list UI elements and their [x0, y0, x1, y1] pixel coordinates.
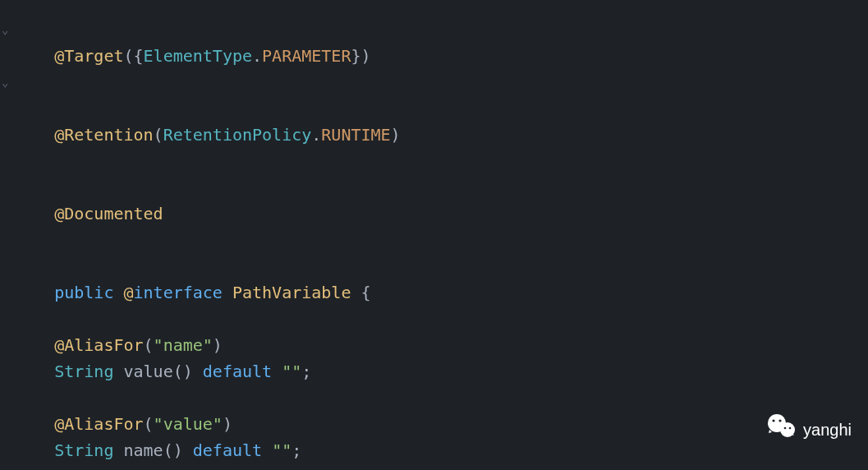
- annotation-token: @Retention: [54, 125, 153, 145]
- semi-token: ;: [301, 362, 311, 381]
- wechat-icon: [767, 413, 797, 445]
- code-line: ⌄@Target({ElementType.PARAMETER}): [15, 16, 868, 95]
- space: [113, 362, 123, 381]
- const-token: PARAMETER: [262, 46, 351, 66]
- classname-token: PathVariable: [232, 283, 351, 302]
- punct-token: .: [311, 125, 321, 145]
- annotation-token: @Target: [54, 46, 123, 66]
- space: [113, 440, 123, 460]
- space: [262, 440, 272, 460]
- annotation-token: @AliasFor: [54, 414, 143, 434]
- punct-token: (): [163, 440, 183, 460]
- annotation-token: @Documented: [54, 204, 163, 223]
- punct-token: (: [154, 125, 163, 145]
- space: [113, 283, 123, 302]
- code-line: String name() default "";: [15, 437, 868, 463]
- method-token: name: [123, 440, 163, 460]
- code-line: @AliasFor("name"): [15, 332, 868, 358]
- indent: [15, 414, 54, 434]
- semi-token: ;: [292, 440, 301, 460]
- type-token: RetentionPolicy: [163, 125, 312, 145]
- fold-icon[interactable]: ⌄: [2, 69, 8, 95]
- code-line-blank: [15, 385, 868, 411]
- keyword-token: interface: [134, 283, 223, 302]
- at-token: @: [123, 283, 133, 302]
- string-token: "": [272, 440, 292, 460]
- svg-point-2: [778, 419, 781, 422]
- code-line: String value() default "";: [15, 358, 868, 385]
- type-token: ElementType: [144, 46, 252, 66]
- punct-token: }): [351, 46, 370, 66]
- space: [272, 362, 282, 381]
- punct-token: ): [223, 414, 232, 434]
- svg-point-4: [784, 427, 787, 430]
- string-token: "name": [154, 335, 213, 355]
- indent: [15, 362, 54, 381]
- punct-token: ({: [123, 46, 143, 66]
- svg-point-5: [789, 427, 792, 430]
- space: [351, 283, 361, 302]
- annotation-token: @AliasFor: [54, 335, 143, 355]
- code-editor[interactable]: ⌄@Target({ElementType.PARAMETER}) @Reten…: [0, 0, 868, 470]
- string-token: "value": [154, 414, 223, 434]
- space: [193, 362, 203, 381]
- string-token: "": [282, 362, 301, 381]
- brace-token: {: [361, 283, 370, 302]
- punct-token: (: [144, 335, 154, 355]
- code-line: public @interface PathVariable {: [15, 253, 868, 332]
- code-line: @Retention(RetentionPolicy.RUNTIME): [15, 95, 868, 174]
- space: [223, 283, 232, 302]
- watermark: yanghi: [767, 413, 852, 445]
- code-line: ⌄@Documented: [15, 174, 868, 253]
- type-token: String: [54, 440, 113, 460]
- keyword-token: public: [54, 283, 113, 302]
- keyword-token: default: [193, 440, 262, 460]
- space: [183, 440, 193, 460]
- punct-token: (): [173, 362, 193, 381]
- punct-token: .: [252, 46, 262, 66]
- fold-icon[interactable]: ⌄: [2, 16, 8, 43]
- watermark-text: yanghi: [803, 417, 852, 443]
- type-token: String: [54, 362, 113, 381]
- code-line-blank: [15, 463, 868, 470]
- svg-point-1: [772, 419, 774, 422]
- method-token: value: [123, 362, 172, 381]
- keyword-token: default: [203, 362, 272, 381]
- indent: [15, 440, 54, 460]
- const-token: RUNTIME: [321, 125, 390, 145]
- punct-token: (: [144, 414, 154, 434]
- code-line: @AliasFor("value"): [15, 411, 868, 437]
- punct-token: ): [391, 125, 401, 145]
- punct-token: ): [213, 335, 223, 355]
- indent: [15, 335, 54, 355]
